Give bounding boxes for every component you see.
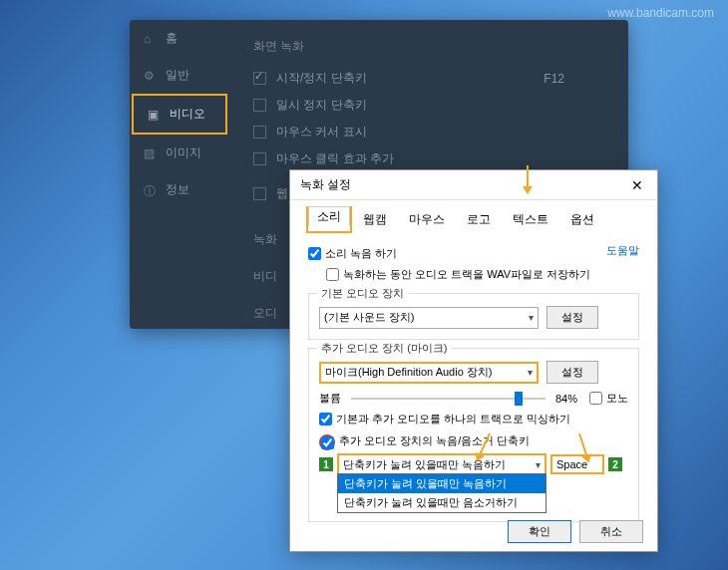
volume-label: 볼륨 <box>319 391 341 406</box>
dialog-body: 소리 녹음 하기 도움말 녹화하는 동안 오디오 트랙을 WAV파일로 저장하기… <box>290 233 657 540</box>
tab-webcam[interactable]: 웹캠 <box>352 206 398 233</box>
dropdown-option[interactable]: 단축키가 눌려 있을때만 음소거하기 <box>338 493 546 512</box>
combo-value: (기본 사운드 장치) <box>324 310 414 325</box>
tab-text[interactable]: 텍스트 <box>502 206 559 233</box>
info-icon: ⓘ <box>144 183 158 197</box>
secondary-audio-fieldset: 추가 오디오 장치 (마이크) 마이크(High Definition Audi… <box>308 348 639 522</box>
primary-audio-fieldset: 기본 오디오 장치 (기본 사운드 장치) 설정 <box>308 293 639 340</box>
sidebar-item-info[interactable]: ⓘ 정보 <box>130 171 229 208</box>
fieldset-legend: 기본 오디오 장치 <box>317 286 408 301</box>
tab-highlight: 소리 <box>306 206 352 233</box>
shortcut-mode-dropdown: 단축키가 눌려 있을때만 녹음하기 단축키가 눌려 있을때만 음소거하기 <box>337 473 546 513</box>
dialog-header: 녹화 설정 ✕ <box>290 170 657 200</box>
watermark: www.bandicam.com <box>607 6 714 20</box>
checkbox[interactable] <box>253 187 266 200</box>
badge-2: 2 <box>608 457 622 471</box>
value: F12 <box>544 72 564 86</box>
volume-value: 84% <box>555 393 577 405</box>
ok-button[interactable]: 확인 <box>508 520 571 543</box>
slider-thumb[interactable] <box>515 392 523 406</box>
checkbox[interactable] <box>253 99 266 112</box>
fieldset-legend: 추가 오디오 장치 (마이크) <box>317 341 452 356</box>
gear-icon: ⚙ <box>144 69 158 83</box>
label: 소리 녹음 하기 <box>325 246 397 261</box>
close-icon[interactable]: ✕ <box>627 177 647 193</box>
badge-1: 1 <box>319 457 333 471</box>
label: 마우스 클릭 효과 추가 <box>276 150 394 167</box>
cancel-button[interactable]: 취소 <box>579 520 643 543</box>
row-pause: 일시 정지 단축키 <box>253 92 604 119</box>
combo-value: 마이크(High Definition Audio 장치) <box>325 365 493 380</box>
dialog-footer: 확인 취소 <box>508 520 643 543</box>
highlight-circle <box>319 434 335 450</box>
checkbox[interactable] <box>326 268 339 281</box>
label: 녹화하는 동안 오디오 트랙을 WAV파일로 저장하기 <box>343 267 590 282</box>
label: 마우스 커서 표시 <box>276 124 367 141</box>
record-sound-check[interactable]: 소리 녹음 하기 <box>308 246 397 261</box>
image-icon: ▨ <box>144 146 158 160</box>
label: 추가 오디오 장치의 녹음/음소거 단축키 <box>339 433 530 448</box>
primary-audio-combo[interactable]: (기본 사운드 장치) <box>319 307 539 329</box>
volume-row: 볼륨 84% 모노 <box>319 388 628 409</box>
checkbox[interactable] <box>308 247 321 260</box>
dialog-title: 녹화 설정 <box>300 176 627 193</box>
sidebar: ⌂ 홈 ⚙ 일반 ▣ 비디오 ▨ 이미지 ⓘ 정보 <box>130 20 229 329</box>
shortcut-key-input[interactable]: Space <box>550 454 604 474</box>
sidebar-item-label: 정보 <box>166 181 189 198</box>
mono-check[interactable]: 모노 <box>589 391 628 406</box>
tab-logo[interactable]: 로고 <box>456 206 502 233</box>
record-settings-dialog: 녹화 설정 ✕ 소리 웹캠 마우스 로고 텍스트 옵션 소리 녹음 하기 도움말… <box>289 169 658 552</box>
dialog-tabs: 소리 웹캠 마우스 로고 텍스트 옵션 <box>290 200 657 233</box>
label: 시작/정지 단축키 <box>276 70 367 87</box>
sidebar-item-label: 비디오 <box>170 106 205 123</box>
tab-mouse[interactable]: 마우스 <box>398 206 456 233</box>
sidebar-item-label: 홈 <box>166 30 178 47</box>
checkbox[interactable] <box>253 72 266 85</box>
home-icon: ⌂ <box>144 32 158 46</box>
row-cursor: 마우스 커서 표시 <box>253 119 604 145</box>
tab-sound[interactable]: 소리 <box>308 206 350 226</box>
shortcut-checkbox[interactable] <box>321 436 334 449</box>
checkbox[interactable] <box>319 413 332 426</box>
label: 기본과 추가 오디오를 하나의 트랙으로 믹싱하기 <box>336 412 570 427</box>
label: 모노 <box>606 391 628 406</box>
section-title: 화면 녹화 <box>253 38 604 55</box>
secondary-audio-settings-button[interactable]: 설정 <box>546 361 598 384</box>
sidebar-item-home[interactable]: ⌂ 홈 <box>130 20 229 57</box>
dropdown-option[interactable]: 단축키가 눌려 있을때만 녹음하기 <box>338 474 546 493</box>
shortcut-mode-combo[interactable]: 단축키가 눌려 있을때만 녹음하기 <box>337 453 546 475</box>
sidebar-item-general[interactable]: ⚙ 일반 <box>130 57 229 94</box>
save-wav-check[interactable]: 녹화하는 동안 오디오 트랙을 WAV파일로 저장하기 <box>326 267 590 282</box>
checkbox[interactable] <box>253 152 266 165</box>
sidebar-item-video[interactable]: ▣ 비디오 <box>132 94 227 135</box>
sidebar-item-label: 일반 <box>166 67 189 84</box>
secondary-audio-combo[interactable]: 마이크(High Definition Audio 장치) <box>319 362 539 384</box>
sidebar-item-image[interactable]: ▨ 이미지 <box>130 135 229 171</box>
help-link[interactable]: 도움말 <box>606 243 639 258</box>
video-icon: ▣ <box>148 108 162 122</box>
mix-check[interactable]: 기본과 추가 오디오를 하나의 트랙으로 믹싱하기 <box>319 412 570 427</box>
shortcut-check-row: 추가 오디오 장치의 녹음/음소거 단축키 <box>319 432 530 448</box>
primary-audio-settings-button[interactable]: 설정 <box>546 306 598 329</box>
row-click-effect: 마우스 클릭 효과 추가 <box>253 145 604 172</box>
annotation-arrow <box>527 165 529 191</box>
tab-options[interactable]: 옵션 <box>559 206 605 233</box>
checkbox[interactable] <box>589 392 602 405</box>
sidebar-item-label: 이미지 <box>166 144 201 161</box>
row-start-stop: 시작/정지 단축키 F12 <box>253 65 604 92</box>
checkbox[interactable] <box>253 126 266 139</box>
label: 일시 정지 단축키 <box>276 97 367 114</box>
volume-slider[interactable] <box>351 398 546 400</box>
